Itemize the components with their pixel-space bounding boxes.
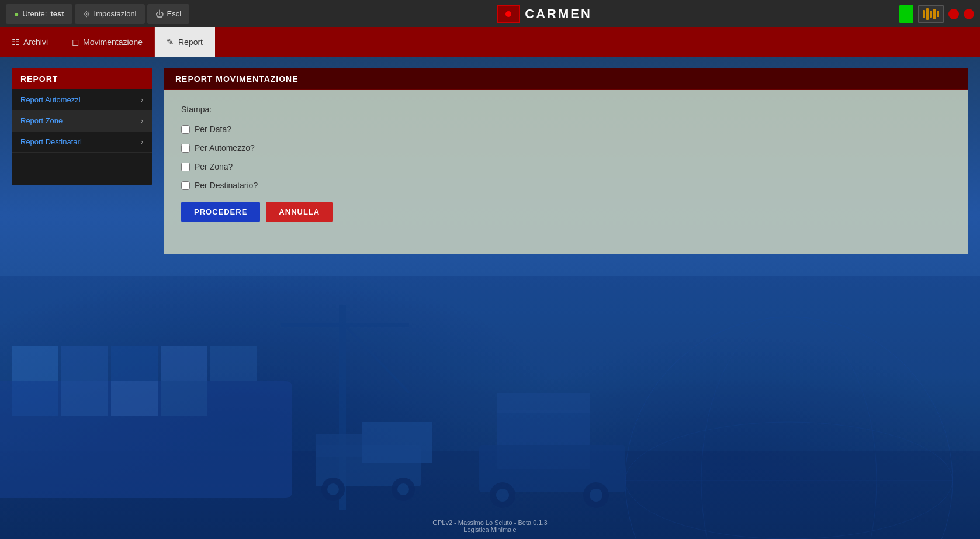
report-icon: ✎ <box>167 37 174 47</box>
username: test <box>50 9 64 18</box>
red-dot-1 <box>948 9 959 19</box>
tab-movimentazione[interactable]: ◻ Movimentazione <box>60 27 155 57</box>
tab-report-label: Report <box>178 37 203 47</box>
top-bar-right <box>899 5 974 23</box>
footer-line1: GPLv2 - Massimo Lo Sciuto - Beta 0.1.3 <box>432 519 547 526</box>
tab-archivi[interactable]: ☷ Archivi <box>0 27 60 57</box>
chevron-right-icon-destinatari: › <box>141 138 143 146</box>
per-automezzo-checkbox[interactable] <box>181 144 190 153</box>
checkbox-row-data: Per Data? <box>181 125 951 134</box>
logout-label: Esci <box>167 9 182 18</box>
cancel-button[interactable]: ANNULLA <box>266 202 333 222</box>
settings-label: Impostazioni <box>94 9 137 18</box>
chevron-right-icon-automezzi: › <box>141 96 143 104</box>
content-panel: REPORT MOVIMENTAZIONE Stampa: Per Data? … <box>164 68 968 527</box>
sidebar-item-report-automezzi[interactable]: Report Automezzi › <box>12 89 152 110</box>
per-data-checkbox[interactable] <box>181 125 190 134</box>
tab-report[interactable]: ✎ Report <box>155 27 215 57</box>
checkbox-row-automezzo: Per Automezzo? <box>181 143 951 153</box>
app-name: CARMEN <box>525 6 592 22</box>
archivi-icon: ☷ <box>12 37 19 47</box>
sidebar-item-label-destinatari: Report Destinatari <box>20 137 82 146</box>
content-body: Stampa: Per Data? Per Automezzo? Per Zon… <box>164 90 968 254</box>
per-destinatario-checkbox[interactable] <box>181 181 190 190</box>
sidebar-item-label-zone: Report Zone <box>20 116 63 125</box>
user-label: Utente: <box>22 9 47 18</box>
stampa-label: Stampa: <box>181 105 951 114</box>
chevron-right-icon-zone: › <box>141 117 143 125</box>
sidebar-item-report-zone[interactable]: Report Zone › <box>12 110 152 132</box>
per-zona-checkbox[interactable] <box>181 163 190 171</box>
sidebar-item-report-destinatari[interactable]: Report Destinatari › <box>12 132 152 153</box>
per-zona-label[interactable]: Per Zona? <box>195 162 233 171</box>
green-indicator <box>899 5 913 23</box>
top-bar-left: ● Utente: test ⚙ Impostazioni ⏻ Esci <box>6 4 189 24</box>
power-icon: ⏻ <box>155 9 164 19</box>
proceed-button[interactable]: PROCEDERE <box>181 202 260 222</box>
main-area: REPORT Report Automezzi › Report Zone › … <box>0 57 980 539</box>
red-dot-2 <box>964 9 974 19</box>
per-destinatario-label[interactable]: Per Destinatario? <box>195 181 258 190</box>
logout-button[interactable]: ⏻ Esci <box>147 4 190 24</box>
user-button[interactable]: ● Utente: test <box>6 4 72 24</box>
tab-movimentazione-label: Movimentazione <box>83 37 143 47</box>
settings-button[interactable]: ⚙ Impostazioni <box>75 4 145 24</box>
top-bar: ● Utente: test ⚙ Impostazioni ⏻ Esci CAR… <box>0 0 980 27</box>
panel-title: REPORT MOVIMENTAZIONE <box>164 68 968 90</box>
app-logo-area: CARMEN <box>189 5 899 23</box>
sidebar-header: REPORT <box>12 68 152 89</box>
checkbox-row-destinatario: Per Destinatario? <box>181 181 951 190</box>
per-data-label[interactable]: Per Data? <box>195 125 231 134</box>
sidebar-item-label-automezzi: Report Automezzi <box>20 95 81 104</box>
checkbox-row-zona: Per Zona? <box>181 162 951 171</box>
user-icon: ● <box>14 9 19 19</box>
tab-bar: ☷ Archivi ◻ Movimentazione ✎ Report <box>0 27 980 57</box>
movimentazione-icon: ◻ <box>72 37 79 47</box>
gear-icon: ⚙ <box>83 9 91 19</box>
per-automezzo-label[interactable]: Per Automezzo? <box>195 143 255 153</box>
footer-line2: Logistica Minimale <box>432 526 547 533</box>
logo-icon <box>497 5 520 23</box>
sidebar: REPORT Report Automezzi › Report Zone › … <box>12 68 152 185</box>
tab-archivi-label: Archivi <box>23 37 48 47</box>
bars-indicator <box>918 5 944 23</box>
button-row: PROCEDERE ANNULLA <box>181 202 951 222</box>
carmen-logo: CARMEN <box>497 5 592 23</box>
footer: GPLv2 - Massimo Lo Sciuto - Beta 0.1.3 L… <box>432 519 547 533</box>
